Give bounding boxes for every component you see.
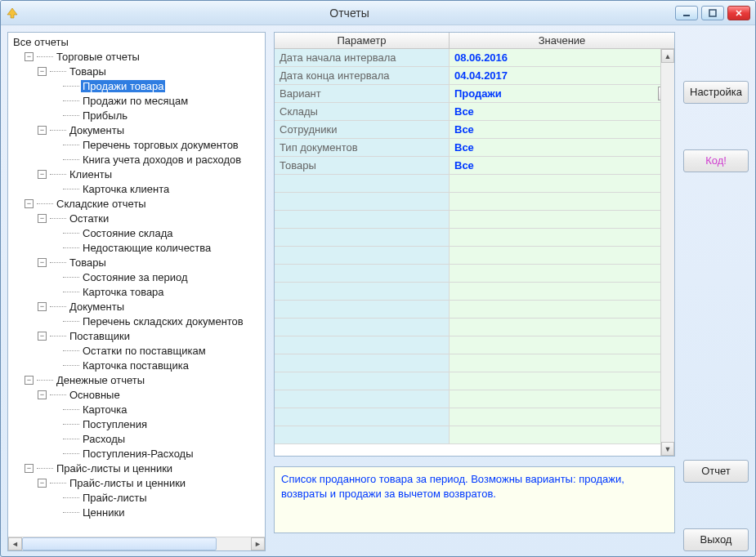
tree-item[interactable]: Прайс-листы [51, 490, 265, 505]
tree-item-label[interactable]: Документы [68, 301, 126, 313]
exit-button[interactable]: Выход [683, 528, 749, 551]
grid-row[interactable]: Дата начала интервала08.06.2016 [275, 49, 674, 67]
tree-hscrollbar[interactable]: ◄ ► [8, 537, 265, 550]
collapse-icon[interactable]: − [38, 214, 47, 223]
grid-row[interactable]: ТоварыВсе [275, 157, 674, 175]
maximize-button[interactable] [701, 6, 724, 20]
tree-item-label[interactable]: Недостающие количества [81, 242, 212, 254]
tree-item-label[interactable]: Денежные отчеты [55, 374, 146, 386]
tree-item[interactable]: Книга учета доходов и расходов [51, 152, 265, 167]
minimize-button[interactable] [675, 6, 698, 20]
scroll-right-button[interactable]: ► [251, 537, 265, 550]
tree-item[interactable]: Прибыль [51, 108, 265, 123]
tree-item[interactable]: −Прайс-листы и ценники [38, 475, 265, 490]
tree-item[interactable]: Ценники [51, 505, 265, 519]
tree-item[interactable]: Карточка поставщика [51, 358, 265, 372]
column-header-value[interactable]: Значение [450, 33, 674, 48]
tree-item[interactable]: Продажи по месяцам [51, 93, 265, 108]
tree-item[interactable]: Карточка клиента [51, 181, 265, 196]
collapse-icon[interactable]: − [38, 67, 47, 76]
grid-row[interactable]: Дата конца интервала04.04.2017 [275, 67, 674, 85]
tree-item[interactable]: −Товары [38, 64, 265, 78]
tree-item[interactable]: Перечень торговых документов [51, 137, 265, 152]
collapse-icon[interactable]: − [38, 126, 47, 135]
tree-item-label[interactable]: Прайс-листы и ценники [55, 462, 174, 475]
tree-item[interactable]: Карточка товара [51, 284, 265, 299]
collapse-icon[interactable]: − [38, 390, 47, 399]
tree-item-label[interactable]: Складские отчеты [55, 198, 148, 210]
scroll-left-button[interactable]: ◄ [8, 537, 22, 550]
scroll-up-button[interactable]: ▲ [661, 49, 674, 63]
tree-item[interactable]: −Документы [38, 123, 265, 137]
tree-item[interactable]: −Остатки [38, 211, 265, 225]
tree-item[interactable]: Продажи товара [51, 78, 265, 93]
value-cell[interactable]: 08.06.2016 [450, 49, 674, 66]
grid-row[interactable]: СотрудникиВсе [275, 121, 674, 139]
tree-item-label[interactable]: Товары [68, 256, 108, 269]
tree-item[interactable]: Остатки по поставщикам [51, 343, 265, 358]
tree-item[interactable]: −Денежные отчеты [25, 372, 265, 387]
tree-item[interactable]: Расходы [51, 431, 265, 446]
tree-item-label[interactable]: Ценники [81, 506, 126, 519]
value-cell[interactable]: Продажи [450, 85, 674, 102]
tree-item[interactable]: Перечень складских документов [51, 314, 265, 328]
scroll-thumb[interactable] [22, 537, 217, 550]
tree-item-label[interactable]: Расходы [81, 433, 127, 445]
code-button[interactable]: Код! [683, 149, 749, 172]
tree-item[interactable]: −Клиенты [38, 167, 265, 181]
collapse-icon[interactable]: − [25, 199, 34, 208]
tree-item[interactable]: −Товары [38, 255, 265, 270]
tree-item-label[interactable]: Состояние за период [81, 271, 190, 283]
tree-item-label[interactable]: Продажи товара [81, 80, 165, 92]
value-cell[interactable]: Все [450, 139, 674, 156]
collapse-icon[interactable]: − [25, 52, 34, 61]
tree-item-label[interactable]: Карточка поставщика [81, 359, 190, 372]
tree-item-label[interactable]: Основные [68, 389, 122, 401]
tree-item-label[interactable]: Карточка [81, 403, 128, 416]
tree-item[interactable]: Карточка [51, 402, 265, 417]
collapse-icon[interactable]: − [25, 376, 34, 385]
tree-item[interactable]: Состояние за период [51, 270, 265, 284]
grid-row[interactable]: СкладыВсе [275, 103, 674, 121]
tree-item[interactable]: −Основные [38, 387, 265, 402]
scroll-down-button[interactable]: ▼ [661, 442, 674, 456]
tree-item[interactable]: −Складские отчеты [25, 196, 265, 211]
tree-item-label[interactable]: Прайс-листы [81, 492, 149, 504]
collapse-icon[interactable]: − [38, 302, 47, 311]
collapse-icon[interactable]: − [38, 332, 47, 341]
tree-item-label[interactable]: Перечень торговых документов [81, 139, 240, 151]
tree-item-label[interactable]: Прибыль [81, 109, 129, 122]
grid-row[interactable]: ВариантПродажи [275, 85, 674, 103]
scroll-track[interactable] [661, 63, 674, 442]
tree-item-label[interactable]: Товары [68, 65, 108, 78]
tree-item[interactable]: −Торговые отчеты [25, 49, 265, 64]
tree-item[interactable]: Недостающие количества [51, 240, 265, 255]
grid-row[interactable]: Тип документовВсе [275, 139, 674, 157]
tree-root-item[interactable]: Все отчеты [11, 34, 265, 49]
tree-item-label[interactable]: Торговые отчеты [55, 51, 141, 63]
column-header-parameter[interactable]: Параметр [275, 33, 450, 48]
collapse-icon[interactable]: − [25, 464, 34, 473]
collapse-icon[interactable]: − [38, 479, 47, 488]
tree-item-label[interactable]: Клиенты [68, 168, 114, 180]
collapse-icon[interactable]: − [38, 170, 47, 179]
value-cell[interactable]: 04.04.2017 [450, 67, 674, 84]
collapse-icon[interactable]: − [38, 258, 47, 267]
report-button[interactable]: Отчет [683, 460, 749, 483]
tree-item-label[interactable]: Продажи по месяцам [81, 95, 190, 107]
tree-item-label[interactable]: Остатки [68, 212, 110, 225]
tree-item-label[interactable]: Поступления-Расходы [81, 448, 195, 460]
tree-item-label[interactable]: Остатки по поставщикам [81, 345, 208, 357]
grid-vscrollbar[interactable]: ▲ ▼ [660, 49, 674, 456]
settings-button[interactable]: Настройка [683, 81, 749, 104]
tree-item[interactable]: Поступления-Расходы [51, 446, 265, 461]
scroll-track[interactable] [22, 537, 251, 550]
value-cell[interactable]: Все [450, 121, 674, 138]
tree-item-label[interactable]: Состояние склада [81, 227, 174, 239]
tree-item-label[interactable]: Документы [68, 124, 126, 136]
value-cell[interactable]: Все [450, 103, 674, 120]
tree-item-label[interactable]: Поставщики [68, 330, 132, 342]
tree-item-label[interactable]: Карточка клиента [81, 183, 171, 195]
tree-root-label[interactable]: Все отчеты [11, 36, 70, 48]
tree-item-label[interactable]: Карточка товара [81, 286, 166, 298]
